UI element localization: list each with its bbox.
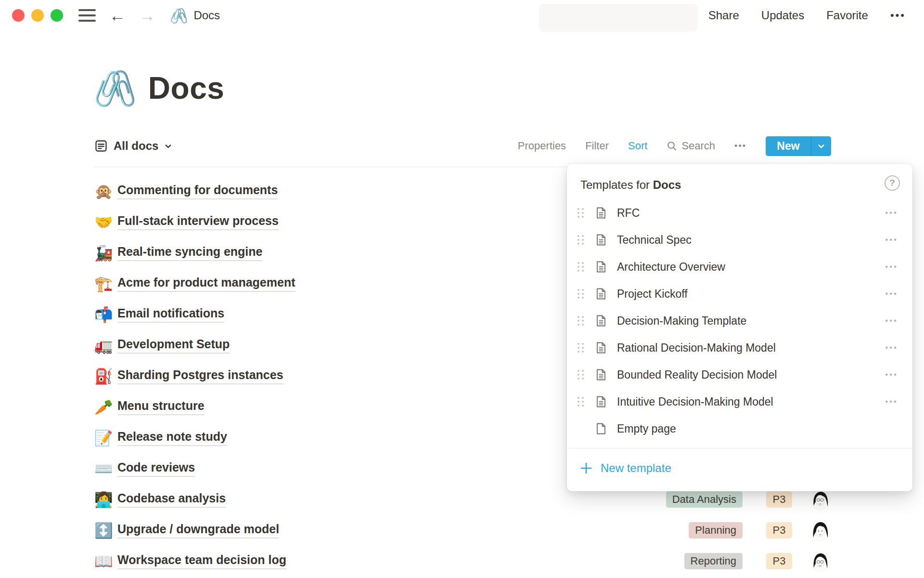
template-row[interactable]: Intuitive Decision-Making Model •••	[567, 388, 912, 415]
template-label: Empty page	[617, 422, 676, 435]
filter-button[interactable]: Filter	[585, 140, 609, 152]
document-icon	[595, 395, 607, 408]
sidebar-menu-icon[interactable]	[78, 9, 96, 22]
view-switcher[interactable]: All docs	[94, 139, 172, 153]
favorite-button[interactable]: Favorite	[826, 9, 868, 22]
help-icon[interactable]: ?	[885, 175, 900, 191]
new-template-button[interactable]: New template	[567, 448, 912, 487]
doc-list-item[interactable]: 🚛 Development Setup	[94, 330, 576, 361]
page-emoji-icon[interactable]: 🖇️	[93, 71, 137, 105]
doc-title-link[interactable]: Development Setup	[117, 337, 230, 354]
template-more-options-icon[interactable]: •••	[885, 316, 898, 326]
doc-title-link[interactable]: Real-time syncing engine	[117, 245, 262, 261]
properties-button[interactable]: Properties	[518, 140, 566, 152]
drag-handle-icon[interactable]	[578, 262, 585, 272]
doc-title-link[interactable]: Full-stack interview process	[117, 214, 279, 230]
search-icon	[667, 141, 677, 151]
updates-button[interactable]: Updates	[761, 9, 804, 22]
minimize-window-button[interactable]	[31, 9, 44, 22]
template-row[interactable]: Technical Spec •••	[567, 226, 912, 253]
more-options-icon[interactable]: •••	[890, 9, 906, 22]
window-controls	[12, 9, 63, 22]
doc-title-link[interactable]: Code reviews	[117, 460, 195, 477]
template-more-options-icon[interactable]: •••	[885, 289, 898, 299]
doc-emoji-icon: 🙊	[94, 184, 117, 199]
template-label: Technical Spec	[617, 234, 692, 247]
drag-handle-icon[interactable]	[578, 235, 585, 245]
doc-title-link[interactable]: Menu structure	[117, 399, 205, 415]
doc-emoji-icon: 📬	[94, 307, 117, 322]
view-name: All docs	[114, 139, 158, 153]
page-header: 🖇️ Docs	[93, 70, 224, 106]
new-button[interactable]: New	[766, 136, 811, 156]
breadcrumb-page-title[interactable]: Docs	[193, 9, 220, 22]
template-row[interactable]: Bounded Reality Decision Model •••	[567, 361, 912, 388]
drag-handle-icon[interactable]	[578, 316, 585, 326]
template-more-options-icon[interactable]: •••	[885, 370, 898, 380]
page-title[interactable]: Docs	[148, 70, 225, 106]
template-more-options-icon[interactable]: •••	[885, 343, 898, 353]
chevron-down-icon	[164, 142, 172, 150]
avatar[interactable]	[810, 520, 831, 541]
doc-list-item[interactable]: 🚂 Real-time syncing engine	[94, 237, 576, 268]
back-arrow-icon[interactable]: ←	[109, 7, 126, 24]
template-more-options-icon[interactable]: •••	[885, 208, 898, 218]
doc-list-item[interactable]: 📝 Release note study	[94, 422, 576, 453]
template-row[interactable]: Decision-Making Template •••	[567, 307, 912, 334]
drag-handle-icon[interactable]	[578, 343, 585, 353]
template-row[interactable]: Rational Decision-Making Model •••	[567, 334, 912, 361]
sort-button[interactable]: Sort	[628, 140, 647, 152]
tag-badge[interactable]: Reporting	[684, 553, 743, 569]
drag-handle-icon[interactable]	[578, 208, 585, 218]
doc-title-link[interactable]: Sharding Postgres instances	[117, 368, 283, 384]
template-more-options-icon[interactable]: •••	[885, 397, 898, 407]
empty-page-row[interactable]: Empty page	[567, 415, 912, 442]
doc-title-link[interactable]: Commenting for documents	[117, 183, 278, 199]
template-row[interactable]: Architecture Overview •••	[567, 253, 912, 280]
priority-badge[interactable]: P3	[766, 491, 792, 508]
template-label: Architecture Overview	[617, 261, 725, 274]
doc-list-item[interactable]: ⛽ Sharding Postgres instances	[94, 361, 576, 392]
template-more-options-icon[interactable]: •••	[885, 235, 898, 245]
template-more-options-icon[interactable]: •••	[885, 262, 898, 272]
doc-title-link[interactable]: Release note study	[117, 430, 227, 446]
doc-list-item[interactable]: 🏗️ Acme for product management	[94, 268, 576, 299]
priority-badge[interactable]: P3	[766, 553, 792, 569]
doc-emoji-icon: 🤝	[94, 215, 117, 230]
doc-title-link[interactable]: Email notifications	[117, 306, 224, 323]
share-button[interactable]: Share	[708, 9, 739, 22]
doc-properties-row: Reporting P3	[0, 553, 924, 569]
doc-title-link[interactable]: Acme for product management	[117, 276, 295, 292]
drag-handle-icon[interactable]	[578, 370, 585, 380]
search-label: Search	[681, 140, 715, 152]
window-title-bar: ← → 🖇️ Docs Share Updates Favorite •••	[0, 0, 924, 31]
doc-list-item[interactable]: 📬 Email notifications	[94, 299, 576, 330]
zoom-window-button[interactable]	[51, 9, 63, 22]
template-row[interactable]: Project Kickoff •••	[567, 280, 912, 307]
tag-badge[interactable]: Planning	[689, 522, 743, 539]
drag-handle-icon[interactable]	[578, 397, 585, 407]
close-window-button[interactable]	[12, 9, 25, 22]
new-dropdown-button[interactable]	[811, 136, 831, 156]
priority-badge[interactable]: P3	[766, 522, 792, 539]
avatar[interactable]	[810, 551, 831, 572]
template-label: Intuitive Decision-Making Model	[617, 395, 773, 408]
document-icon	[595, 315, 607, 327]
doc-properties-row: Data Analysis P3	[0, 491, 924, 508]
doc-list-item[interactable]: 🤝 Full-stack interview process	[94, 207, 576, 237]
tag-badge[interactable]: Data Analysis	[666, 491, 743, 508]
doc-list-item[interactable]: ⌨️ Code reviews	[94, 453, 576, 484]
avatar[interactable]	[810, 489, 831, 511]
search-button[interactable]: Search	[667, 140, 715, 152]
drag-handle-icon[interactable]	[578, 289, 585, 299]
list-view-icon	[94, 139, 108, 153]
doc-list-item[interactable]: 🙊 Commenting for documents	[94, 176, 576, 207]
toolbar-more-options-icon[interactable]: •••	[734, 141, 746, 151]
new-template-label: New template	[601, 461, 671, 475]
doc-properties-row: Planning P3	[0, 522, 924, 539]
template-row[interactable]: RFC •••	[567, 199, 912, 226]
template-label: RFC	[617, 207, 640, 220]
doc-list-item[interactable]: 🥕 Menu structure	[94, 392, 576, 422]
doc-emoji-icon: 🚛	[94, 338, 117, 353]
document-icon	[595, 288, 607, 300]
